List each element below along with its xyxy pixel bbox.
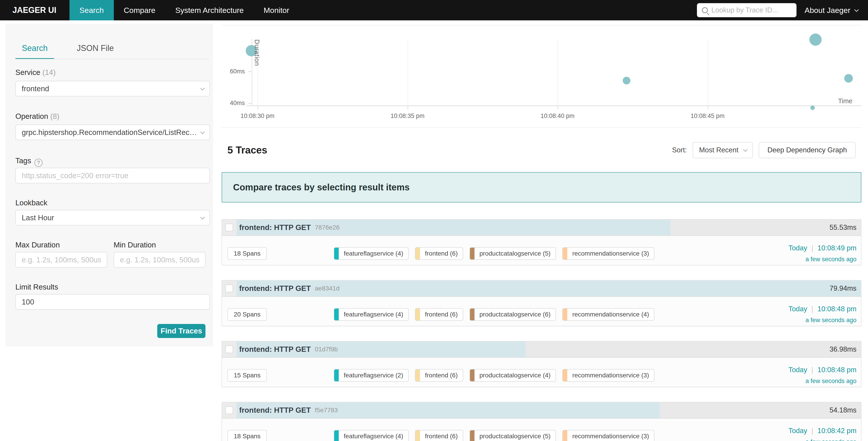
service-color-bar [563,248,567,259]
trace-header[interactable]: frontend: HTTP GET 01d7f9b 36.98ms [222,342,861,358]
trace-time-links: Today | 10:08:42 pm a few seconds ago [788,427,857,441]
trace-result-card[interactable]: frontend: HTTP GET 7876e26 55.53ms 18 Sp… [221,219,862,265]
trace-select-checkbox[interactable] [225,285,233,292]
service-color-bar [334,308,339,320]
trace-relative-time: a few seconds ago [788,439,857,441]
x-axis-line [247,105,862,106]
trace-lookup-input[interactable] [711,6,788,14]
trace-card-body: 18 Spans featureflagservice (4)frontend … [222,236,861,265]
trace-select-checkbox[interactable] [225,224,233,231]
service-label: Service (14) [16,68,56,77]
trace-date-link[interactable]: Today [788,366,807,374]
deep-dependency-graph-button[interactable]: Deep Dependency Graph [759,142,856,158]
service-tag-chip: frontend (6) [415,247,463,260]
trace-select-checkbox[interactable] [225,346,233,353]
trace-title[interactable]: frontend: HTTP GET [239,223,311,232]
trace-header[interactable]: frontend: HTTP GET f5e7783 54.18ms [222,402,861,419]
about-jaeger-menu[interactable]: About Jaeger [805,6,858,15]
trace-title[interactable]: frontend: HTTP GET [239,284,311,293]
trace-time-link[interactable]: 10:08:48 pm [817,305,857,313]
span-count-chip: 20 Spans [227,308,267,321]
trace-id: 7876e26 [315,224,340,231]
trace-title[interactable]: frontend: HTTP GET [239,345,311,354]
trace-time-link[interactable]: 10:08:49 pm [817,244,857,252]
trace-duration: 79.94ms [830,284,861,293]
x-gridline [407,39,408,105]
top-nav: JAEGER UI Search Compare System Architec… [0,0,868,20]
operation-select[interactable]: grpc.hipstershop.RecommendationService/L… [16,124,210,140]
trace-time-link[interactable]: 10:08:48 pm [817,366,857,374]
trace-date-link[interactable]: Today [788,427,807,435]
tab-json-file[interactable]: JSON File [77,43,114,54]
results-area: 60ms 40ms Duration Time 10:08:30 pm10:08… [221,25,862,441]
service-color-bar [334,430,339,441]
min-duration-input[interactable] [120,256,199,264]
trace-result-card[interactable]: frontend: HTTP GET ae8341d 79.94ms 20 Sp… [221,280,862,326]
service-tag-label: recommendationservice (4) [567,311,654,318]
trace-select-checkbox[interactable] [225,406,233,414]
nav-right: About Jaeger [697,0,868,20]
trace-card-body: 20 Spans featureflagservice (4)frontend … [222,297,861,326]
service-tag-chip: frontend (6) [415,308,463,321]
nav-item-compare[interactable]: Compare [114,0,165,20]
trace-scatter-point[interactable] [809,33,822,46]
trace-id: ae8341d [315,285,340,292]
service-tag-label: frontend (6) [420,433,463,440]
service-tag-label: frontend (6) [420,311,463,318]
search-sidebar: Search JSON File Service (14) frontend O… [5,24,213,346]
checkbox-strip [222,342,237,357]
trace-scatter-point[interactable] [844,74,853,83]
nav-item-search[interactable]: Search [69,0,114,20]
nav-item-monitor[interactable]: Monitor [254,0,299,20]
service-color-bar [470,248,474,259]
service-count: (14) [42,68,56,77]
chevron-down-icon [200,86,205,90]
service-color-bar [563,370,567,381]
trace-time-links: Today | 10:08:48 pm a few seconds ago [788,366,857,385]
limit-results-field [16,294,210,310]
x-tick-label: 10:08:30 pm [228,113,287,120]
checkbox-strip [222,219,237,235]
service-tag-chip: featureflagservice (4) [334,247,409,260]
tags-input[interactable] [22,171,204,180]
tab-search[interactable]: Search [16,43,54,54]
help-icon[interactable]: ? [34,159,42,167]
operation-select-value: grpc.hipstershop.RecommendationService/L… [22,128,200,137]
trace-scatter-point[interactable] [623,77,630,84]
lookback-select[interactable]: Last Hour [16,210,210,226]
service-tag-label: productcatalogservice (5) [474,250,556,257]
main-nav: Search Compare System Architecture Monit… [69,0,299,20]
max-duration-input[interactable] [22,256,101,264]
trace-count-heading: 5 Traces [227,144,267,156]
service-tag-chip: featureflagservice (4) [334,430,409,441]
limit-results-input[interactable] [22,298,204,306]
nav-item-system-architecture[interactable]: System Architecture [165,0,254,20]
service-tag-chip: frontend (6) [415,369,463,382]
service-tag-label: frontend (6) [420,250,463,257]
service-color-bar [415,248,420,259]
service-tag-label: recommendationservice (3) [567,433,654,440]
find-traces-button[interactable]: Find Traces [157,324,206,338]
service-select[interactable]: frontend [16,81,210,96]
service-tag-label: featureflagservice (4) [339,311,408,318]
app-logo[interactable]: JAEGER UI [0,0,69,20]
trace-header[interactable]: frontend: HTTP GET ae8341d 79.94ms [222,281,861,297]
trace-date-link[interactable]: Today [788,305,807,313]
trace-title[interactable]: frontend: HTTP GET [239,406,311,414]
service-tag-label: frontend (6) [420,372,463,379]
trace-result-card[interactable]: frontend: HTTP GET 01d7f9b 36.98ms 15 Sp… [221,341,862,387]
trace-relative-time: a few seconds ago [788,256,857,263]
x-tick [558,106,558,109]
trace-date-link[interactable]: Today [788,244,807,252]
trace-result-card[interactable]: frontend: HTTP GET f5e7783 54.18ms 18 Sp… [221,402,862,441]
sort-select[interactable]: Most Recent [693,142,753,158]
chevron-down-icon [743,147,748,152]
trace-header[interactable]: frontend: HTTP GET 7876e26 55.53ms [222,219,861,236]
y-tick-label: 60ms [224,68,245,75]
service-tag-label: featureflagservice (4) [339,433,408,440]
trace-time-link[interactable]: 10:08:42 pm [817,427,857,435]
results-header: 5 Traces Sort: Most Recent Deep Dependen… [221,128,862,172]
service-tag-label: recommendationservice (3) [567,250,654,257]
trace-scatter-point[interactable] [810,106,815,110]
x-tick-label: 10:08:35 pm [378,113,437,120]
